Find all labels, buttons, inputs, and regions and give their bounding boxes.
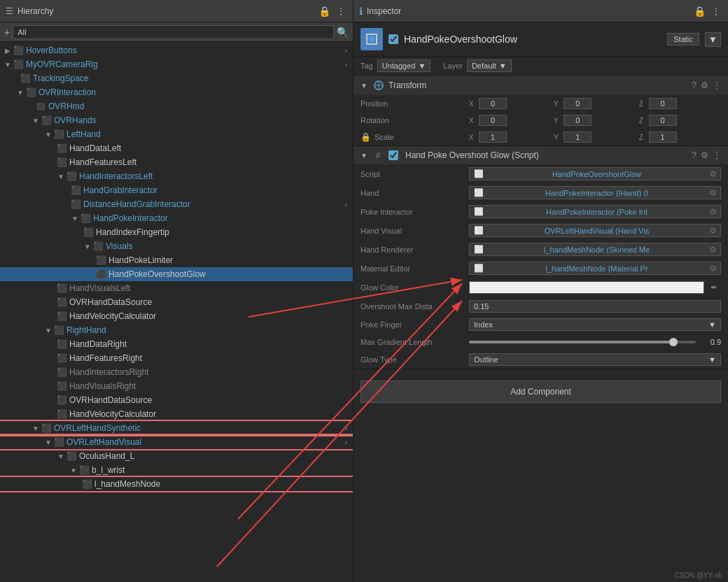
transform-icon bbox=[373, 80, 384, 91]
script-active-checkbox[interactable] bbox=[388, 150, 398, 160]
gameobject-active-checkbox[interactable] bbox=[388, 34, 398, 44]
scale-y-input[interactable] bbox=[564, 132, 592, 143]
layer-dropdown[interactable]: Default ▼ bbox=[467, 59, 512, 72]
add-btn[interactable]: + bbox=[4, 27, 10, 38]
tree-item-b_l_wrist[interactable]: ▼ ⬛ b_l_wrist bbox=[0, 463, 353, 477]
position-x-input[interactable] bbox=[479, 98, 507, 109]
tree-item-ovrlefthandvisual[interactable]: ▼ ⬛ OVRLeftHandVisual › bbox=[0, 435, 353, 449]
material-editor-label: Material Editor bbox=[360, 264, 469, 273]
rotation-y-input[interactable] bbox=[564, 115, 592, 126]
hierarchy-header: ☰ Hierarchy 🔒 ⋮ bbox=[0, 0, 353, 22]
tree-item-handdataleft[interactable]: ⬛ HandDataLeft bbox=[0, 141, 353, 155]
cube-icon: ⬛ bbox=[83, 227, 94, 238]
poke-finger-dropdown[interactable]: Index ▼ bbox=[469, 318, 721, 331]
inspector-more-btn[interactable]: ⋮ bbox=[710, 5, 722, 17]
tree-item-ovrhmd[interactable]: ⬛ OVRHmd bbox=[0, 99, 353, 113]
script-component-title: Hand Poke Overshoot Glow (Script) bbox=[405, 150, 687, 160]
script-more-btn[interactable]: ⋮ bbox=[713, 150, 721, 160]
cube-icon: ⬛ bbox=[53, 129, 64, 140]
tree-item-handfeaturesleft[interactable]: ⬛ HandFeaturesLeft bbox=[0, 155, 353, 169]
tree-label: LeftHand bbox=[66, 129, 101, 139]
max-gradient-label: Max Gradient Length bbox=[360, 338, 469, 346]
scale-z-input[interactable] bbox=[649, 132, 677, 143]
hierarchy-lock-btn[interactable]: 🔒 bbox=[318, 5, 330, 17]
tree-item-handvisualsleft[interactable]: ⬛ HandVisualsLeft bbox=[0, 281, 353, 295]
glow-type-row: Glow Type Outline ▼ bbox=[354, 350, 728, 369]
cube-icon: ⬛ bbox=[56, 353, 67, 364]
position-y-input[interactable] bbox=[564, 98, 592, 109]
x-label: X bbox=[469, 117, 477, 125]
tree-item-handinteractorsright[interactable]: ⬛ HandInteractorsRight bbox=[0, 365, 353, 379]
tree-item-lefthand[interactable]: ▼ ⬛ LeftHand bbox=[0, 127, 353, 141]
rotation-z-input[interactable] bbox=[649, 115, 677, 126]
tree-item-righthand[interactable]: ▼ ⬛ RightHand bbox=[0, 323, 353, 337]
glow-type-dropdown[interactable]: Outline ▼ bbox=[469, 353, 721, 366]
tree-item-handfeaturesright[interactable]: ⬛ HandFeaturesRight bbox=[0, 351, 353, 365]
cube-icon: ⬛ bbox=[56, 381, 67, 392]
color-picker-btn[interactable]: ✒ bbox=[707, 281, 721, 294]
tree-item-visuals[interactable]: ▼ ⬛ Visuals bbox=[0, 239, 353, 253]
script-ref[interactable]: ⬜ HandPokeOvershootGlow ⊙ bbox=[469, 167, 721, 180]
inspector-lock-btn[interactable]: 🔒 bbox=[693, 5, 706, 17]
tree-item-trackingspace[interactable]: ⬛ TrackingSpace bbox=[0, 71, 353, 85]
tree-item-ovrhands[interactable]: ▼ ⬛ OVRHands bbox=[0, 113, 353, 127]
tree-item-ovrhanddatasource2[interactable]: ⬛ OVRHandDataSource bbox=[0, 393, 353, 407]
poke-interactor-ref[interactable]: ⬜ HandPokeInteractor (Poke Int ⊙ bbox=[469, 205, 721, 218]
transform-settings-btn[interactable]: ⚙ bbox=[701, 80, 708, 90]
gradient-slider-thumb[interactable] bbox=[669, 338, 678, 346]
search-icon[interactable]: 🔍 bbox=[337, 27, 349, 38]
transform-header[interactable]: ▼ Transform ? ⚙ ⋮ bbox=[354, 76, 728, 95]
scale-label-text: Scale bbox=[374, 133, 394, 141]
tree-item-oculushand_l[interactable]: ▼ ⬛ OculusHand_L bbox=[0, 449, 353, 463]
tree-item-myovrcamerarig[interactable]: ▼ ⬛ MyOVRCameraRig › bbox=[0, 57, 353, 71]
position-z-input[interactable] bbox=[649, 98, 677, 109]
rotation-x-input[interactable] bbox=[479, 115, 507, 126]
static-button[interactable]: Static bbox=[667, 33, 699, 45]
tree-item-handgrabinteractor[interactable]: ⬛ HandGrabInteractor bbox=[0, 183, 353, 197]
cube-icon: ⬛ bbox=[92, 241, 104, 252]
transform-more-btn[interactable]: ⋮ bbox=[713, 80, 721, 90]
hand-ref[interactable]: ⬜ HandPokeInteractor (IHand) (I ⊙ bbox=[469, 186, 721, 199]
overshoot-max-dist-input[interactable] bbox=[469, 300, 721, 313]
hand-renderer-ref[interactable]: ⬜ l_handMeshNode (Skinned Me ⊙ bbox=[469, 243, 721, 256]
add-component-button[interactable]: Add Component bbox=[360, 381, 721, 403]
glow-type-value: Outline bbox=[474, 355, 498, 364]
glow-color-swatch[interactable] bbox=[469, 281, 704, 294]
tree-item-handvisualsright[interactable]: ⬛ HandVisualsRight bbox=[0, 379, 353, 393]
tree-item-handdataright[interactable]: ⬛ HandDataRight bbox=[0, 337, 353, 351]
rotation-label: Rotation bbox=[360, 116, 469, 125]
tree-item-distancehandgrabinteractor[interactable]: ⬛ DistanceHandGrabInteractor › bbox=[0, 197, 353, 211]
scale-x-item: X bbox=[469, 132, 551, 143]
gradient-slider-track[interactable] bbox=[469, 341, 696, 343]
tree-item-handpokeinteractor[interactable]: ▼ ⬛ HandPokeInteractor bbox=[0, 211, 353, 225]
script-settings-btn[interactable]: ⚙ bbox=[701, 150, 708, 160]
cube-icon: ⬛ bbox=[56, 297, 67, 308]
transform-help-btn[interactable]: ? bbox=[692, 80, 696, 90]
tree-item-handinteractorsleft[interactable]: ▼ ⬛ HandInteractorsLeft bbox=[0, 169, 353, 183]
tree-item-ovrlefthandsynthetic[interactable]: ▼ ⬛ OVRLeftHandSynthetic › bbox=[0, 421, 353, 435]
tree-label: Visuals bbox=[106, 241, 132, 251]
tree-item-l_handmeshnode[interactable]: ⬛ l_handMeshNode bbox=[0, 477, 353, 491]
tree-label: HandDataRight bbox=[69, 339, 127, 349]
hand-renderer-value-container: ⬜ l_handMeshNode (Skinned Me ⊙ bbox=[469, 243, 721, 256]
script-component-header[interactable]: ▼ # Hand Poke Overshoot Glow (Script) ? … bbox=[354, 146, 728, 164]
scale-x-input[interactable] bbox=[479, 132, 507, 143]
static-dropdown-btn[interactable]: ▼ bbox=[705, 32, 721, 47]
material-editor-ref[interactable]: ⬜ l_handMeshNode (Material Pr ⊙ bbox=[469, 262, 721, 275]
tree-item-handvelocitycalculator2[interactable]: ⬛ HandVelocityCalculator bbox=[0, 407, 353, 421]
tree-item-hoverbuttons[interactable]: ▶ ⬛ HoverButtons › bbox=[0, 43, 353, 57]
tree-item-handindexfingertip[interactable]: ⬛ HandIndexFingertip bbox=[0, 225, 353, 239]
search-input[interactable] bbox=[13, 25, 334, 39]
script-help-btn[interactable]: ? bbox=[692, 150, 696, 160]
tree-item-ovrhanddatasource[interactable]: ⬛ OVRHandDataSource bbox=[0, 295, 353, 309]
tree-item-ovrinteraction[interactable]: ▼ ⬛ OVRInteraction bbox=[0, 85, 353, 99]
cube-icon: ⬛ bbox=[78, 464, 90, 476]
tree-item-handpokeovershootglow[interactable]: ⬛ HandPokeOvershootGlow bbox=[0, 267, 353, 281]
hierarchy-more-btn[interactable]: ⋮ bbox=[335, 5, 347, 17]
tag-dropdown[interactable]: Untagged ▼ bbox=[377, 59, 431, 72]
tree-item-handvelocitycalculator[interactable]: ⬛ HandVelocityCalculator bbox=[0, 309, 353, 323]
cube-icon: ⬛ bbox=[56, 367, 67, 378]
cube-icon: ⬛ bbox=[66, 450, 77, 462]
hand-visual-ref[interactable]: ⬜ OVRLeftHandVisual (Hand Vis ⊙ bbox=[469, 224, 721, 237]
tree-item-handpokelimiter[interactable]: ⬛ HandPokeLimiter bbox=[0, 253, 353, 267]
